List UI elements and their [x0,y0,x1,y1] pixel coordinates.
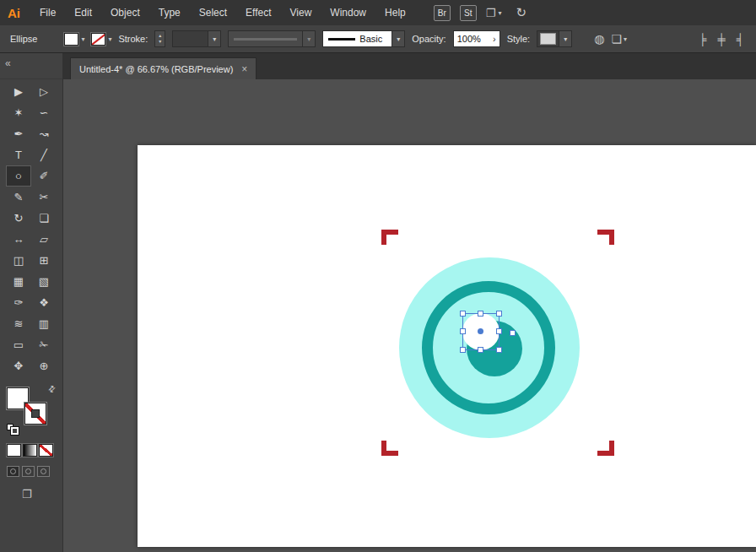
artboard[interactable] [138,145,756,547]
tool-grid: ▶ ▷ ✶ ∽ [0,81,62,376]
stroke-label[interactable]: Stroke: [118,34,148,44]
globe-icon[interactable]: ◍ [594,32,604,46]
selection-handle[interactable] [496,328,502,334]
width-tool[interactable]: ↔ [6,229,31,250]
draw-inside-button[interactable] [37,466,50,477]
opacity-input[interactable]: 100% › [453,30,500,47]
selection-tool[interactable]: ▶ [6,81,31,102]
selection-handle[interactable] [460,311,466,317]
color-button[interactable] [7,444,21,457]
chevron-down-icon[interactable]: ▾ [208,31,220,46]
stroke-weight-select[interactable]: ▾ [172,30,221,47]
close-icon[interactable]: × [241,63,247,75]
menu-item[interactable]: Effect [236,0,280,25]
artboard-tool[interactable]: ▭ [6,334,31,355]
stroke-color-control[interactable]: ▾ [91,33,111,46]
direct-selection-tool[interactable]: ▷ [31,81,57,102]
tool-icon: ⊕ [40,360,49,372]
anchor-point[interactable] [510,330,516,336]
menu-item[interactable]: Select [190,0,236,25]
ellipse-tool[interactable]: ○ [6,165,31,187]
document-options-button[interactable]: ❏ ▾ [611,32,627,46]
paint-mode-buttons [7,444,62,457]
align-left-button[interactable]: ╞ [699,33,706,46]
tool-icon: ❖ [39,296,49,309]
lasso-tool[interactable]: ∽ [31,102,57,123]
line-segment-tool[interactable]: ╱ [31,144,57,165]
hand-tool[interactable]: ✥ [6,355,31,376]
eyedropper-tool[interactable]: ✑ [6,292,31,313]
chevron-down-icon[interactable]: ▾ [559,31,571,46]
gradient-button[interactable] [23,444,37,457]
default-fill-stroke-icon[interactable] [7,424,20,436]
swap-fill-stroke-icon[interactable]: ⇄ [46,383,57,395]
trim-mark-bottom-left[interactable] [381,441,398,456]
column-graph-tool[interactable]: ▥ [31,313,57,334]
menu-item[interactable]: Object [101,0,149,25]
slice-tool[interactable]: ✁ [31,334,57,355]
opacity-menu-icon[interactable]: › [493,34,500,44]
workspace-switcher[interactable]: ❐ ▾ [486,7,502,19]
none-button[interactable] [39,444,53,457]
scale-tool[interactable]: ❏ [31,208,57,229]
selection-handle[interactable] [478,347,483,353]
collapse-toolbar-button[interactable]: « [0,53,62,79]
trim-mark-top-right[interactable] [597,230,614,245]
magic-wand-tool[interactable]: ✶ [6,102,31,123]
gradient-tool[interactable]: ▧ [31,271,57,292]
tool-icon: ↝ [40,127,49,140]
chevron-down-icon[interactable]: ▾ [302,31,315,46]
draw-normal-button[interactable] [7,466,19,477]
selection-handle[interactable] [460,347,466,353]
pen-tool[interactable]: ✒ [6,123,31,144]
free-transform-tool[interactable]: ▱ [31,229,57,250]
scissors-tool[interactable]: ✂ [31,187,57,208]
menu-item[interactable]: File [30,0,65,25]
menu-item[interactable]: Window [321,0,375,25]
chevron-down-icon[interactable]: ▾ [392,31,404,46]
tool-icon: ∽ [40,106,49,119]
align-center-button[interactable]: ╪ [718,33,726,46]
width-profile-select[interactable]: ▾ [228,30,316,47]
perspective-grid-tool[interactable]: ⊞ [31,250,57,271]
pencil-tool[interactable]: ✎ [6,187,31,208]
stepper-up-icon: ▴ [159,33,161,39]
selection-handle[interactable] [478,311,483,317]
screen-mode-button[interactable]: ❐ [22,488,62,501]
menu-item[interactable]: Help [375,0,415,25]
curvature-tool[interactable]: ↝ [31,123,57,144]
selection-handle[interactable] [460,328,466,334]
stock-button[interactable]: St [460,5,477,21]
stroke-weight-stepper[interactable]: ▴ ▾ [154,30,165,47]
draw-behind-button[interactable] [22,466,35,477]
brush-definition-select[interactable]: Basic ▾ [322,30,405,47]
document-tab[interactable]: Untitled-4* @ 66.67% (RGB/Preview) × [70,57,256,79]
align-right-button[interactable]: ╡ [737,33,744,46]
menu-item[interactable]: View [281,0,321,25]
selection-center-point[interactable] [478,328,483,334]
opacity-label[interactable]: Opacity: [412,34,446,44]
canvas-area[interactable] [63,79,756,552]
sync-icon[interactable]: ↻ [516,5,526,20]
fill-color-control[interactable]: ▾ [64,33,84,46]
bridge-button[interactable]: Br [434,5,451,21]
shape-builder-tool[interactable]: ◫ [6,250,31,271]
mesh-tool[interactable]: ▦ [6,271,31,292]
trim-mark-bottom-right[interactable] [597,441,614,456]
zoom-tool[interactable]: ⊕ [31,355,57,376]
style-label[interactable]: Style: [507,34,531,44]
type-tool[interactable]: T [6,144,31,165]
paintbrush-tool[interactable]: ✐ [31,165,57,187]
trim-mark-top-left[interactable] [381,230,398,245]
selection-handle[interactable] [496,347,502,353]
menu-item[interactable]: Type [149,0,190,25]
chevron-down-icon: ▾ [498,9,501,17]
menu-item[interactable]: Edit [65,0,101,25]
stroke-color-box[interactable] [24,403,46,425]
selection-handle[interactable] [496,311,502,317]
rotate-tool[interactable]: ↻ [6,208,31,229]
symbol-sprayer-tool[interactable]: ≋ [6,313,31,334]
graphic-style-select[interactable]: ▾ [537,30,572,47]
blend-tool[interactable]: ❖ [31,292,57,313]
stepper-down-icon: ▾ [159,39,161,45]
